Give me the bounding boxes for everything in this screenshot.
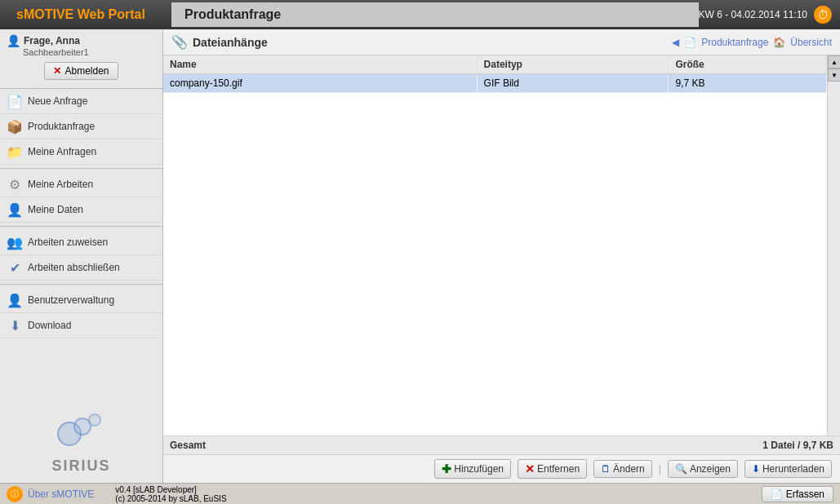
download-btn-icon: ⬇ bbox=[752, 463, 760, 475]
download-icon: ⬇ bbox=[7, 317, 23, 334]
sirius-text: SIRIUS bbox=[8, 458, 154, 475]
sidebar-item-label: Meine Daten bbox=[28, 204, 83, 215]
dateianhaenge-icon: 📎 bbox=[171, 34, 188, 50]
datetime-label: KW 6 - 04.02.2014 11:10 bbox=[699, 9, 807, 20]
sirius-circles-graphic bbox=[49, 413, 114, 454]
erfassen-label: Erfassen bbox=[786, 489, 824, 500]
user-role: Sachbearbeiter1 bbox=[7, 47, 156, 57]
page-title: Produktanfrage bbox=[171, 2, 699, 27]
arbeiten-zuweisen-icon: 👥 bbox=[7, 234, 23, 250]
overview-arrow-icon: 🏠 bbox=[773, 37, 785, 48]
logout-button[interactable]: ✕ Abmelden bbox=[44, 62, 118, 80]
produktanfrage-icon: 📦 bbox=[7, 118, 23, 135]
aendern-label: Ändern bbox=[613, 463, 645, 475]
sidebar-item-meine-anfragen[interactable]: 📁 Meine Anfragen bbox=[0, 139, 162, 165]
anzeigen-button[interactable]: 🔍 Anzeigen bbox=[668, 460, 738, 478]
table-footer: Gesamt 1 Datei / 9,7 KB bbox=[163, 435, 840, 454]
scrollbar[interactable]: ▲ ▼ bbox=[827, 55, 840, 435]
produktanfrage-nav-link[interactable]: Produktanfrage bbox=[701, 37, 768, 48]
nav-divider-2 bbox=[0, 226, 162, 227]
sidebar-item-label: Neue Anfrage bbox=[28, 95, 87, 107]
action-separator: | bbox=[659, 463, 661, 475]
about-smotive-link[interactable]: Über sMOTIVE bbox=[28, 489, 94, 500]
remove-icon: ✕ bbox=[525, 462, 535, 475]
erfassen-button[interactable]: 📄 Erfassen bbox=[762, 486, 833, 502]
sidebar-item-label: Meine Anfragen bbox=[28, 146, 96, 157]
cell-filesize: 9,7 KB bbox=[669, 74, 827, 93]
meine-arbeiten-icon: ⚙ bbox=[7, 176, 23, 192]
sidebar: 👤 Frage, Anna Sachbearbeiter1 ✕ Abmelden… bbox=[0, 29, 163, 483]
nav-items: 📄 Neue Anfrage 📦 Produktanfrage 📁 Meine … bbox=[0, 89, 162, 397]
footer-label: Gesamt bbox=[170, 440, 206, 451]
clock-icon: ⏱ bbox=[814, 6, 832, 24]
scroll-down-button[interactable]: ▼ bbox=[828, 69, 840, 82]
col-groesse: Größe bbox=[669, 55, 827, 74]
user-name: 👤 Frage, Anna bbox=[7, 34, 156, 47]
top-header: sMOTIVE Web Portal Produktanfrage KW 6 -… bbox=[0, 0, 840, 29]
logout-label: Abmelden bbox=[64, 65, 109, 77]
back-arrow-icon: ◀ bbox=[672, 37, 679, 48]
status-bar: ⓘ Über sMOTIVE v0.4 [sLAB Developer] (c)… bbox=[0, 483, 840, 504]
sidebar-item-label: Benutzerverwaltung bbox=[28, 294, 114, 306]
sidebar-item-label: Arbeiten abschließen bbox=[28, 262, 120, 273]
app-title-smotive: sMOTIVE Web Portal bbox=[16, 7, 145, 21]
aendern-button[interactable]: 🗒 Ändern bbox=[593, 460, 652, 478]
sidebar-item-benutzerverwaltung[interactable]: 👤 Benutzerverwaltung bbox=[0, 288, 162, 313]
sidebar-item-neue-anfrage[interactable]: 📄 Neue Anfrage bbox=[0, 89, 162, 114]
add-icon: ✚ bbox=[442, 462, 451, 475]
col-name: Name bbox=[163, 55, 477, 74]
content-title: 📎 Dateianhänge bbox=[171, 34, 268, 50]
app-title: sMOTIVE Web Portal bbox=[8, 7, 171, 22]
footer-value: 1 Datei / 9,7 KB bbox=[762, 440, 833, 451]
table-row[interactable]: company-150.gif GIF Bild 9,7 KB bbox=[163, 74, 840, 93]
herunterladen-label: Herunterladen bbox=[762, 463, 824, 475]
sidebar-item-label: Download bbox=[28, 320, 71, 331]
sidebar-item-download[interactable]: ⬇ Download bbox=[0, 313, 162, 338]
user-section: 👤 Frage, Anna Sachbearbeiter1 ✕ Abmelden bbox=[0, 29, 162, 89]
uebersicht-nav-link[interactable]: Übersicht bbox=[790, 37, 832, 48]
entfernen-button[interactable]: ✕ Entfernen bbox=[518, 459, 587, 479]
user-icon: 👤 bbox=[7, 34, 20, 47]
sirius-logo: SIRIUS bbox=[0, 397, 162, 483]
herunterladen-button[interactable]: ⬇ Herunterladen bbox=[744, 460, 832, 478]
copyright-label: (c) 2005-2014 by sLAB, EuSIS bbox=[115, 494, 226, 503]
sidebar-item-arbeiten-zuweisen[interactable]: 👥 Arbeiten zuweisen bbox=[0, 230, 162, 255]
file-table: Name Dateityp Größe company-150.gif GIF … bbox=[163, 55, 840, 93]
nav-divider-1 bbox=[0, 168, 162, 169]
hinzufuegen-button[interactable]: ✚ Hinzufügen bbox=[434, 459, 511, 479]
benutzerverwaltung-icon: 👤 bbox=[7, 292, 23, 308]
main-layout: 👤 Frage, Anna Sachbearbeiter1 ✕ Abmelden… bbox=[0, 29, 840, 483]
header-right: KW 6 - 04.02.2014 11:10 ⏱ bbox=[699, 6, 832, 24]
status-left: ⓘ Über sMOTIVE v0.4 [sLAB Developer] (c)… bbox=[7, 485, 227, 503]
content-area: 📎 Dateianhänge ◀ 📄 Produktanfrage 🏠 Über… bbox=[163, 29, 840, 483]
hinzufuegen-label: Hinzufügen bbox=[454, 463, 504, 475]
anzeigen-label: Anzeigen bbox=[690, 463, 731, 475]
version-label: v0.4 [sLAB Developer] bbox=[115, 485, 226, 494]
cell-filename: company-150.gif bbox=[163, 74, 477, 93]
edit-icon: 🗒 bbox=[601, 463, 611, 475]
nav-links: ◀ 📄 Produktanfrage 🏠 Übersicht bbox=[672, 37, 832, 48]
meine-anfragen-icon: 📁 bbox=[7, 144, 23, 160]
col-dateityp: Dateityp bbox=[477, 55, 669, 74]
entfernen-label: Entfernen bbox=[537, 463, 580, 475]
sidebar-item-meine-daten[interactable]: 👤 Meine Daten bbox=[0, 197, 162, 223]
user-name-label: Frage, Anna bbox=[24, 35, 80, 46]
erfassen-icon: 📄 bbox=[771, 489, 783, 500]
app-title-s: s bbox=[16, 7, 24, 21]
meine-daten-icon: 👤 bbox=[7, 201, 23, 218]
nav-divider-3 bbox=[0, 284, 162, 285]
logout-x-icon: ✕ bbox=[53, 65, 61, 77]
content-header: 📎 Dateianhänge ◀ 📄 Produktanfrage 🏠 Über… bbox=[163, 29, 840, 55]
view-icon: 🔍 bbox=[675, 463, 687, 475]
file-table-container: Name Dateityp Größe company-150.gif GIF … bbox=[163, 55, 840, 435]
sidebar-item-arbeiten-abschliessen[interactable]: ✔ Arbeiten abschließen bbox=[0, 255, 162, 281]
arbeiten-abschliessen-icon: ✔ bbox=[7, 259, 23, 276]
table-header-row: Name Dateityp Größe bbox=[163, 55, 840, 74]
sidebar-item-meine-arbeiten[interactable]: ⚙ Meine Arbeiten bbox=[0, 172, 162, 197]
version-info: v0.4 [sLAB Developer] (c) 2005-2014 by s… bbox=[115, 485, 226, 503]
sidebar-item-label: Meine Arbeiten bbox=[28, 179, 93, 190]
scroll-up-button[interactable]: ▲ bbox=[828, 55, 840, 69]
sidebar-item-produktanfrage[interactable]: 📦 Produktanfrage bbox=[0, 114, 162, 139]
neue-anfrage-icon: 📄 bbox=[7, 93, 23, 109]
sidebar-item-label: Produktanfrage bbox=[28, 121, 95, 132]
